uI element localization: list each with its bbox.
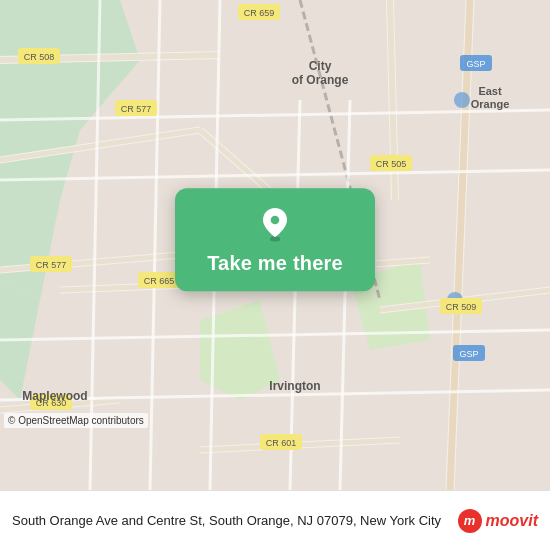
svg-text:CR 508: CR 508 — [24, 52, 55, 62]
moovit-icon — [458, 509, 482, 533]
take-me-there-button[interactable]: Take me there — [207, 252, 343, 275]
svg-text:CR 577: CR 577 — [121, 104, 152, 114]
moovit-brand-name: moovit — [486, 512, 538, 530]
svg-text:CR 577: CR 577 — [36, 260, 67, 270]
map-container: CR 659 CR 508 CR 577 CR 577 CR 665 CR 51… — [0, 0, 550, 490]
footer-address-container: South Orange Ave and Centre St, South Or… — [12, 511, 448, 530]
address-text: South Orange Ave and Centre St, South Or… — [12, 513, 441, 528]
svg-text:CR 665: CR 665 — [144, 276, 175, 286]
svg-text:of Orange: of Orange — [292, 73, 349, 87]
svg-text:GSP: GSP — [459, 349, 478, 359]
svg-text:CR 505: CR 505 — [376, 159, 407, 169]
location-pin-icon — [257, 206, 293, 242]
svg-text:Maplewood: Maplewood — [22, 389, 87, 403]
svg-point-25 — [454, 92, 470, 108]
svg-text:CR 659: CR 659 — [244, 8, 275, 18]
svg-text:GSP: GSP — [466, 59, 485, 69]
svg-text:Orange: Orange — [471, 98, 510, 110]
footer: South Orange Ave and Centre St, South Or… — [0, 490, 550, 550]
action-card: Take me there — [175, 188, 375, 291]
svg-text:CR 601: CR 601 — [266, 438, 297, 448]
svg-point-72 — [271, 216, 280, 225]
osm-attribution: © OpenStreetMap contributors — [4, 413, 148, 428]
svg-text:Irvington: Irvington — [269, 379, 320, 393]
svg-text:CR 509: CR 509 — [446, 302, 477, 312]
moovit-logo: moovit — [458, 509, 538, 533]
svg-text:East: East — [478, 85, 502, 97]
svg-text:City: City — [309, 59, 332, 73]
